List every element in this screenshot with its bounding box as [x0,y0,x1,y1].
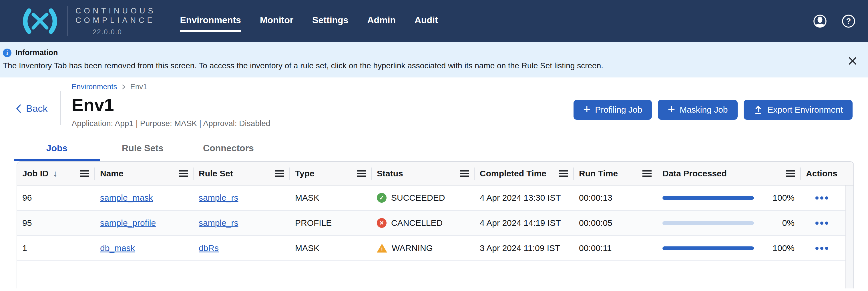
column-menu-icon[interactable] [460,170,469,177]
row-actions-menu-button[interactable] [814,219,830,228]
upload-icon [753,105,763,115]
table-row: 96 sample_mask sample_rs MASK ✓ SUCCEEDE… [17,186,845,211]
chevron-left-icon [16,104,22,113]
column-header-rule-set[interactable]: Rule Set [193,162,290,185]
job-type-cell: MASK [290,243,372,253]
job-name-link[interactable]: sample_profile [100,218,156,228]
tab-connectors[interactable]: Connectors [186,143,271,161]
top-navbar: CONTINUOUS COMPLIANCE 22.0.0.0 Environme… [0,0,868,42]
progress-bar-fill [662,196,754,200]
tab-rule-sets[interactable]: Rule Sets [100,143,186,161]
column-menu-icon[interactable] [275,170,284,177]
jobs-table: Job ID ↓ Name Rule Set Type Status Compl… [17,161,854,288]
profiling-job-button[interactable]: + Profiling Job [574,100,652,120]
brand-logo-area: CONTINUOUS COMPLIANCE 22.0.0.0 [17,5,156,37]
version-label: 22.0.0.0 [93,28,156,36]
job-type-cell: PROFILE [290,218,372,228]
rule-set-link[interactable]: dbRs [199,243,219,253]
data-processed-cell: 100% [657,243,801,253]
column-header-actions: Actions [801,162,854,185]
table-row: 1 db_mask dbRs MASK ! WARNING 3 Apr 2024… [17,236,845,261]
row-actions-menu-button[interactable] [814,194,830,202]
status-label: CANCELLED [391,218,442,228]
progress-percent-label: 100% [773,243,801,253]
table-body-rows: 96 sample_mask sample_rs MASK ✓ SUCCEEDE… [17,186,845,288]
masking-job-label: Masking Job [680,105,727,115]
actions-cell [801,219,845,228]
header-divider [60,91,61,125]
run-time-cell: 00:00:05 [574,218,657,228]
nav-item-monitor[interactable]: Monitor [260,15,293,32]
breadcrumb: Environments Env1 [72,82,271,91]
page-subtitle: Application: App1 | Purpose: MASK | Appr… [72,119,271,128]
nav-item-settings[interactable]: Settings [312,15,348,32]
user-avatar-icon[interactable] [813,14,827,28]
row-actions-menu-button[interactable] [814,244,830,253]
job-id-cell: 1 [17,243,95,253]
column-header-name[interactable]: Name [95,162,193,185]
column-menu-icon[interactable] [179,170,188,177]
completed-time-cell: 4 Apr 2024 13:30 IST [474,193,574,203]
column-menu-icon[interactable] [80,170,89,177]
progress-bar [662,196,754,200]
brand-line-1: CONTINUOUS [75,6,156,16]
column-menu-icon[interactable] [786,170,795,177]
banner-title: Information [16,48,58,57]
column-header-completed-time[interactable]: Completed Time [474,162,574,185]
help-icon[interactable]: ? [842,14,856,28]
job-id-cell: 95 [17,218,95,228]
table-header-row: Job ID ↓ Name Rule Set Type Status Compl… [17,162,854,186]
job-id-cell: 96 [17,193,95,203]
export-environment-label: Export Environment [768,105,843,115]
progress-bar [662,247,754,250]
job-name-link[interactable]: sample_mask [100,193,153,203]
column-header-job-id[interactable]: Job ID ↓ [17,162,95,185]
main-nav-menu: Environments Monitor Settings Admin Audi… [180,10,438,32]
data-processed-cell: 100% [657,193,801,203]
breadcrumb-environments-link[interactable]: Environments [72,82,117,91]
status-icon: ! [377,244,387,253]
data-processed-cell: 0% [657,218,801,228]
column-menu-icon[interactable] [643,170,652,177]
actions-cell [801,194,845,202]
table-row: 95 sample_profile sample_rs PROFILE ✕ CA… [17,211,845,236]
rule-set-link[interactable]: sample_rs [199,193,238,203]
env-tabs: Jobs Rule Sets Connectors [14,143,868,161]
sort-desc-icon[interactable]: ↓ [53,169,58,179]
completed-time-cell: 4 Apr 2024 14:19 IST [474,218,574,228]
column-header-run-time[interactable]: Run Time [574,162,657,185]
column-menu-icon[interactable] [357,170,366,177]
masking-job-button[interactable]: + Masking Job [658,100,737,120]
breadcrumb-current: Env1 [130,82,147,91]
run-time-cell: 00:00:13 [574,193,657,203]
actions-cell [801,244,845,253]
status-label: WARNING [392,243,433,253]
profiling-job-label: Profiling Job [595,105,642,115]
progress-bar-fill [662,247,754,250]
export-environment-button[interactable]: Export Environment [744,100,852,120]
info-icon: i [3,48,11,57]
rule-set-link[interactable]: sample_rs [199,218,238,228]
back-button[interactable]: Back [16,103,48,114]
brand-text: CONTINUOUS COMPLIANCE 22.0.0.0 [75,6,156,36]
banner-close-icon[interactable] [847,55,858,67]
plus-icon: + [668,103,675,116]
plus-icon: + [583,103,591,116]
delphix-logo-icon [17,5,63,37]
page-header: Back Environments Env1 Env1 Application:… [0,82,868,128]
header-action-buttons: + Profiling Job + Masking Job Export Env… [574,100,852,120]
nav-item-admin[interactable]: Admin [367,15,396,32]
job-name-link[interactable]: db_mask [100,243,135,253]
status-cell: ✓ SUCCEEDED [372,193,474,203]
column-header-type[interactable]: Type [290,162,372,185]
column-header-status[interactable]: Status [372,162,474,185]
back-label: Back [26,103,48,114]
nav-item-environments[interactable]: Environments [180,15,241,32]
column-header-data-processed[interactable]: Data Processed [657,162,801,185]
banner-message: The Inventory Tab has been removed from … [3,61,845,70]
nav-item-audit[interactable]: Audit [414,15,438,32]
tab-jobs[interactable]: Jobs [14,143,100,161]
run-time-cell: 00:00:11 [574,243,657,253]
table-scrollbar[interactable] [845,186,854,288]
column-menu-icon[interactable] [559,170,568,177]
